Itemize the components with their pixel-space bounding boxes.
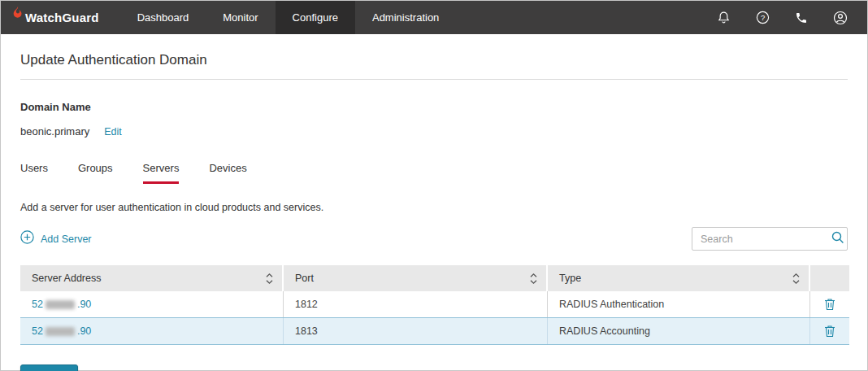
tab-bar: Users Groups Servers Devices: [20, 162, 848, 184]
actions-cell: [810, 318, 849, 344]
app-window: WatchGuard Dashboard Monitor Configure A…: [0, 0, 868, 371]
sort-icon[interactable]: [265, 273, 274, 285]
help-icon[interactable]: ?: [755, 11, 770, 25]
search-input[interactable]: [701, 234, 831, 245]
column-label: Server Address: [32, 273, 101, 284]
domain-name-label: Domain Name: [20, 101, 848, 113]
table-header-row: Server Address Port: [20, 265, 849, 291]
bell-icon[interactable]: [716, 11, 731, 25]
page-header: Update Authentication Domain: [20, 34, 848, 80]
type-cell: RADIUS Accounting: [548, 318, 810, 344]
servers-table: Server Address Port: [20, 265, 849, 345]
tab-servers[interactable]: Servers: [143, 162, 180, 184]
address-suffix: .90: [77, 299, 91, 310]
brand-name: WatchGuard: [25, 11, 99, 24]
table-row: 52 .90 1813 RADIUS Accounting: [20, 318, 849, 345]
search-icon[interactable]: [831, 231, 844, 247]
main-menu: Dashboard Monitor Configure Administrati…: [120, 1, 457, 34]
server-address-cell: 52 .90: [20, 318, 284, 344]
domain-name-value: beonic.primary: [20, 125, 89, 137]
sort-icon[interactable]: [792, 273, 801, 285]
back-button[interactable]: BACK: [20, 364, 78, 371]
domain-name-row: beonic.primary Edit: [20, 125, 848, 137]
actions-cell: [810, 291, 849, 317]
nav-item-administration[interactable]: Administration: [355, 1, 456, 34]
column-header-port[interactable]: Port: [284, 265, 548, 291]
table-row: 52 .90 1812 RADIUS Authentication: [20, 291, 849, 318]
delete-server-button[interactable]: [824, 325, 835, 338]
port-cell: 1812: [284, 291, 548, 317]
account-icon[interactable]: [833, 11, 848, 25]
add-server-button[interactable]: Add Server: [20, 230, 92, 247]
address-prefix: 52: [32, 325, 43, 337]
page-title: Update Authentication Domain: [20, 52, 848, 68]
nav-utility-icons: ?: [716, 1, 867, 34]
add-server-label: Add Server: [41, 234, 92, 245]
flame-icon: [12, 7, 23, 22]
nav-item-monitor[interactable]: Monitor: [206, 1, 275, 34]
type-cell: RADIUS Authentication: [548, 291, 810, 317]
table-toolbar: Add Server: [20, 227, 848, 251]
watchguard-logo[interactable]: WatchGuard: [1, 1, 120, 34]
nav-item-configure[interactable]: Configure: [276, 1, 355, 34]
column-label: Port: [295, 273, 314, 284]
page-content: Update Authentication Domain Domain Name…: [1, 34, 867, 371]
tab-users[interactable]: Users: [20, 162, 48, 184]
tab-devices[interactable]: Devices: [209, 162, 246, 184]
delete-server-button[interactable]: [824, 298, 835, 311]
port-cell: 1813: [284, 318, 548, 344]
edit-domain-link[interactable]: Edit: [104, 126, 122, 137]
address-prefix: 52: [32, 299, 43, 310]
plus-circle-icon: [20, 230, 34, 247]
top-navigation-bar: WatchGuard Dashboard Monitor Configure A…: [1, 1, 867, 34]
column-header-type[interactable]: Type: [548, 265, 810, 291]
server-address-cell: 52 .90: [20, 291, 284, 317]
column-header-actions: [810, 265, 849, 291]
address-suffix: .90: [77, 325, 91, 337]
tab-groups[interactable]: Groups: [78, 162, 113, 184]
search-box: [692, 227, 848, 251]
redacted-address-segment: [46, 300, 75, 309]
redacted-address-segment: [46, 327, 75, 336]
nav-item-dashboard[interactable]: Dashboard: [120, 1, 206, 34]
sort-icon[interactable]: [529, 273, 538, 285]
column-header-server-address[interactable]: Server Address: [20, 265, 284, 291]
column-label: Type: [559, 273, 581, 284]
section-description: Add a server for user authentication in …: [20, 202, 848, 213]
svg-text:?: ?: [760, 13, 764, 22]
phone-icon[interactable]: [794, 11, 809, 25]
